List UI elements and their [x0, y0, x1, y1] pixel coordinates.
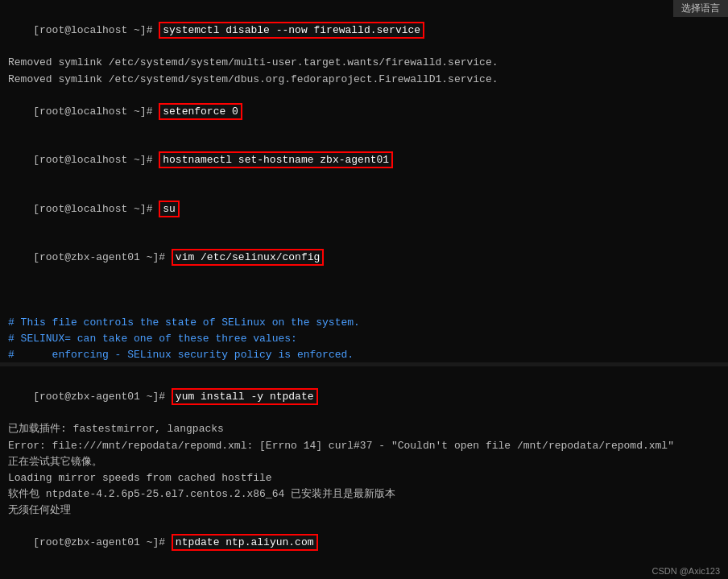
- comment-3: # enforcing - SELinux security policy is…: [8, 347, 720, 363]
- cmd-highlight-bottom-8: ntpdate ntp.aliyun.com: [172, 534, 318, 551]
- bottom-line-7: 无须任何处理: [8, 502, 720, 519]
- language-label: 选择语言: [681, 3, 720, 14]
- prompt-6: [root@localhost ~]#: [33, 203, 159, 215]
- prompt-4: [root@localhost ~]#: [33, 105, 159, 118]
- prompt-7: [root@zbx-agent01 ~]#: [33, 251, 172, 263]
- bottom-prompt-1: [root@zbx-agent01 ~]#: [33, 391, 172, 403]
- cmd-highlight-5: hostnamectl set-hostname zbx-agent01: [159, 151, 393, 168]
- empty-1: [8, 282, 720, 298]
- language-selector[interactable]: 选择语言: [673, 0, 728, 17]
- terminal-line-1: [root@localhost ~]# systemctl disable --…: [8, 6, 720, 55]
- comment-1: # This file controls the state of SELinu…: [8, 315, 720, 331]
- bottom-line-8: [root@zbx-agent01 ~]# ntpdate ntp.aliyun…: [8, 519, 720, 567]
- terminal-bottom: [root@zbx-agent01 ~]# yum install -y ntp…: [0, 366, 728, 579]
- bottom-prompt-8: [root@zbx-agent01 ~]#: [33, 536, 172, 548]
- cmd-highlight-1: systemctl disable --now firewalld.servic…: [159, 22, 424, 39]
- prompt-1: [root@localhost ~]#: [33, 24, 159, 36]
- csdn-label: CSDN @Axic123: [651, 566, 720, 576]
- bottom-line-3: Error: file:///mnt/repodata/repomd.xml: …: [8, 438, 720, 454]
- comment-2: # SELINUX= can take one of these three v…: [8, 331, 720, 347]
- cmd-highlight-bottom-1: yum install -y ntpdate: [172, 388, 318, 405]
- terminal-top: [root@localhost ~]# systemctl disable --…: [0, 0, 728, 362]
- cmd-highlight-7: vim /etc/selinux/config: [172, 249, 324, 266]
- terminal-line-6: [root@localhost ~]# su: [8, 185, 720, 234]
- terminal-line-3: Removed symlink /etc/systemd/system/dbus…: [8, 72, 720, 88]
- terminal-line-4: [root@localhost ~]# setenforce 0: [8, 88, 720, 136]
- cmd-highlight-4: setenforce 0: [159, 103, 242, 120]
- bottom-line-5: Loading mirror speeds from cached hostfi…: [8, 470, 720, 486]
- bottom-line-9: 5 Jul 15:17:49 ntpdate[4430]: adjust tim…: [8, 568, 720, 579]
- terminal-line-7: [root@zbx-agent01 ~]# vim /etc/selinux/c…: [8, 234, 720, 282]
- cmd-highlight-6: su: [159, 201, 180, 217]
- prompt-5: [root@localhost ~]#: [33, 154, 159, 166]
- empty-2: [8, 299, 720, 315]
- csdn-badge: CSDN @Axic123: [651, 566, 720, 576]
- bottom-line-2: 已加载插件: fastestmirror, langpacks: [8, 421, 720, 437]
- bottom-line-4: 正在尝试其它镜像。: [8, 454, 720, 470]
- bottom-line-1: [root@zbx-agent01 ~]# yum install -y ntp…: [8, 373, 720, 421]
- terminal-line-5: [root@localhost ~]# hostnamectl set-host…: [8, 136, 720, 184]
- bottom-line-6: 软件包 ntpdate-4.2.6p5-25.el7.centos.2.x86_…: [8, 486, 720, 502]
- terminal-line-2: Removed symlink /etc/systemd/system/mult…: [8, 55, 720, 71]
